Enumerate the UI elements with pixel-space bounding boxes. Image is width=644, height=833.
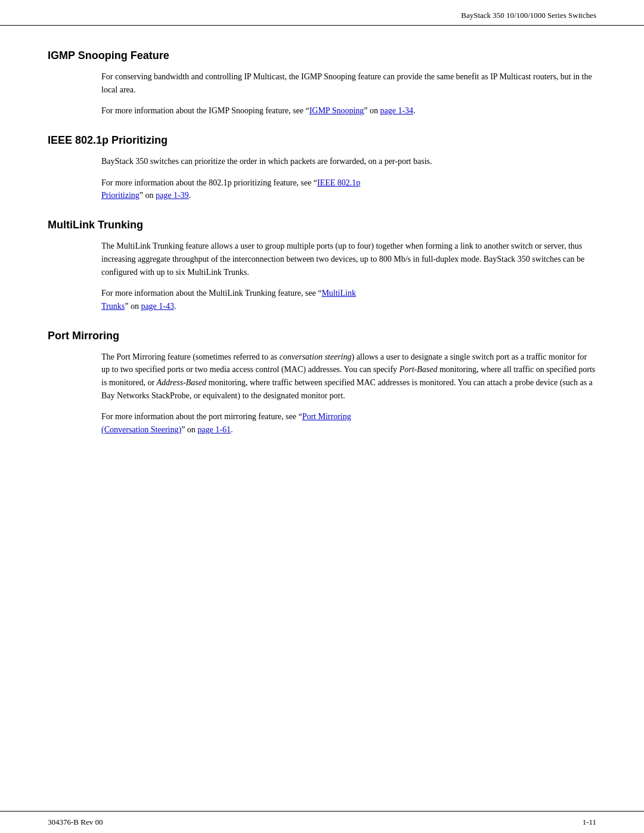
footer-left: 304376-B Rev 00: [48, 817, 103, 827]
page-header: BayStack 350 10/100/1000 Series Switches: [0, 0, 644, 26]
port-paragraph-2: For more information about the port mirr…: [101, 410, 596, 436]
ieee-p2-text-end: .: [189, 191, 191, 200]
ieee-p1-text: BayStack 350 switches can prioritize the…: [101, 157, 432, 166]
ieee-paragraph-2: For more information about the 802.1p pr…: [101, 176, 596, 202]
footer-right: 1-11: [583, 817, 596, 827]
header-title: BayStack 350 10/100/1000 Series Switches: [461, 11, 596, 20]
multilink-p2-text-before: For more information about the MultiLink…: [101, 289, 321, 298]
igmp-p1-text: For conserving bandwidth and controlling…: [101, 72, 592, 94]
multilink-paragraph-2: For more information about the MultiLink…: [101, 287, 596, 312]
heading-ieee-8021p: IEEE 802.1p Prioritizing: [48, 134, 596, 147]
ieee-page-link[interactable]: page 1-39: [156, 191, 189, 200]
igmp-p2-text-before: For more information about the IGMP Snoo…: [101, 106, 309, 115]
body-multilink-trunking: The MultiLink Trunking feature allows a …: [48, 240, 596, 312]
port-p2-text-end: .: [231, 425, 233, 434]
port-p1-italic2: Port-Based: [400, 365, 438, 374]
port-p1-italic1: conversation steering: [280, 352, 352, 361]
ieee-p2-text-middle: ” on: [140, 191, 156, 200]
multilink-page-link[interactable]: page 1-43: [141, 302, 174, 311]
section-igmp-snooping: IGMP Snooping Feature For conserving ban…: [48, 49, 596, 117]
port-p1-italic3: Address-Based: [157, 378, 206, 387]
multilink-paragraph-1: The MultiLink Trunking feature allows a …: [101, 240, 596, 278]
section-port-mirroring: Port Mirroring The Port Mirroring featur…: [48, 330, 596, 436]
igmp-paragraph-2: For more information about the IGMP Snoo…: [101, 104, 596, 117]
ieee-p2-text-before: For more information about the 802.1p pr…: [101, 178, 317, 187]
section-multilink-trunking: MultiLink Trunking The MultiLink Trunkin…: [48, 219, 596, 312]
igmp-snooping-link[interactable]: IGMP Snooping: [309, 106, 364, 115]
page-container: BayStack 350 10/100/1000 Series Switches…: [0, 0, 644, 833]
ieee-paragraph-1: BayStack 350 switches can prioritize the…: [101, 155, 596, 168]
igmp-p2-text-end: .: [413, 106, 416, 115]
port-p2-text-middle: ” on: [181, 425, 197, 434]
multilink-p2-text-end: .: [174, 302, 177, 311]
body-ieee-8021p: BayStack 350 switches can prioritize the…: [48, 155, 596, 202]
heading-port-mirroring: Port Mirroring: [48, 330, 596, 342]
igmp-page-link[interactable]: page 1-34: [380, 106, 414, 115]
multilink-p2-text-middle: ” on: [125, 302, 141, 311]
port-page-link[interactable]: page 1-61: [197, 425, 231, 434]
page-footer: 304376-B Rev 00 1-11: [0, 811, 644, 833]
body-igmp-snooping: For conserving bandwidth and controlling…: [48, 70, 596, 117]
section-ieee-8021p: IEEE 802.1p Prioritizing BayStack 350 sw…: [48, 134, 596, 202]
port-p2-text-before: For more information about the port mirr…: [101, 412, 302, 421]
content-area: IGMP Snooping Feature For conserving ban…: [0, 26, 644, 477]
igmp-paragraph-1: For conserving bandwidth and controlling…: [101, 70, 596, 96]
heading-igmp-snooping: IGMP Snooping Feature: [48, 49, 596, 62]
port-p1-text-before: The Port Mirroring feature (sometimes re…: [101, 352, 280, 361]
igmp-p2-text-middle: on: [368, 106, 380, 115]
body-port-mirroring: The Port Mirroring feature (sometimes re…: [48, 351, 596, 436]
multilink-p1-text: The MultiLink Trunking feature allows a …: [101, 241, 584, 276]
port-paragraph-1: The Port Mirroring feature (sometimes re…: [101, 351, 596, 402]
heading-multilink-trunking: MultiLink Trunking: [48, 219, 596, 231]
